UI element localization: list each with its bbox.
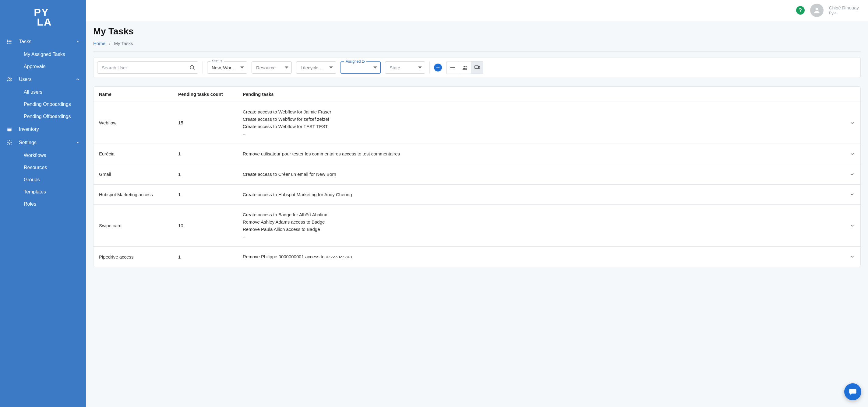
table-row[interactable]: Gmail1Create access to Créer un email fo… — [93, 164, 860, 184]
sidebar-item-approvals[interactable]: Approvals — [0, 61, 86, 73]
sidebar-item-resources[interactable]: Resources — [0, 162, 86, 174]
sidebar-item-all-users[interactable]: All users — [0, 86, 86, 98]
task-line: Create access to Créer un email for New … — [243, 171, 838, 178]
sidebar-item-inventory[interactable]: Inventory — [0, 123, 86, 136]
expand-row-button[interactable] — [838, 120, 855, 126]
chat-fab[interactable] — [844, 383, 861, 400]
expand-row-button[interactable] — [838, 254, 855, 260]
list-icon — [6, 38, 13, 45]
svg-point-0 — [7, 40, 8, 40]
resource-select[interactable]: Resource — [252, 62, 292, 74]
view-devices-button[interactable] — [471, 62, 483, 74]
sidebar-item-label: All users — [24, 90, 80, 95]
assigned-to-select[interactable]: Assigned to — [341, 62, 381, 74]
sidebar-item-roles[interactable]: Roles — [0, 198, 86, 210]
sidebar-item-settings[interactable]: Settings — [0, 136, 86, 149]
task-line: Create access to Hubspot Marketing for A… — [243, 191, 838, 198]
expand-row-button[interactable] — [838, 192, 855, 197]
row-count: 1 — [178, 172, 243, 177]
caret-down-icon — [373, 66, 377, 69]
tasks-table: Name Pending tasks count Pending tasks W… — [93, 87, 861, 267]
svg-point-17 — [464, 66, 465, 67]
table-row[interactable]: Eurécia1Remove utilisateur pour tester l… — [93, 144, 860, 164]
svg-rect-15 — [451, 67, 455, 68]
sidebar-item-my-assigned-tasks[interactable]: My Assigned Tasks — [0, 48, 86, 61]
separator — [429, 62, 430, 74]
row-tasks: Create access to Créer un email for New … — [243, 171, 838, 178]
row-name: Pipedrive access — [99, 254, 178, 260]
row-count: 15 — [178, 120, 243, 125]
row-name: Hubspot Marketing access — [99, 192, 178, 197]
sidebar-item-label: Tasks — [19, 39, 75, 44]
sidebar-item-users[interactable]: Users — [0, 73, 86, 86]
logo: PY LA — [0, 5, 86, 35]
svg-point-12 — [190, 65, 194, 69]
table-row[interactable]: Hubspot Marketing access1Create access t… — [93, 184, 860, 205]
row-tasks: Create access to Hubspot Marketing for A… — [243, 191, 838, 198]
state-select[interactable]: State — [385, 62, 425, 74]
sidebar-item-workflows[interactable]: Workflows — [0, 149, 86, 162]
sidebar-item-label: Resources — [24, 165, 80, 170]
row-name: Swipe card — [99, 223, 178, 228]
expand-row-button[interactable] — [838, 223, 855, 229]
task-line: Create access to Webflow for zefzef zefz… — [243, 116, 838, 123]
svg-rect-19 — [474, 66, 478, 68]
separator — [203, 62, 203, 74]
sidebar-item-label: Inventory — [19, 127, 80, 132]
svg-point-2 — [7, 41, 8, 42]
topbar: ? Chloé Rihouay Pyla — [86, 0, 868, 21]
table-row[interactable]: Pipedrive access1Remove Philippe 0000000… — [93, 247, 860, 267]
row-count: 1 — [178, 151, 243, 156]
svg-line-13 — [193, 69, 195, 70]
table-row[interactable]: Webflow15Create access to Webflow for Ja… — [93, 102, 860, 144]
sidebar-nav: TasksMy Assigned TasksApprovalsUsersAll … — [0, 35, 86, 216]
task-line: Create access to Webflow for Jaimie Fras… — [243, 109, 838, 115]
sidebar-item-tasks[interactable]: Tasks — [0, 35, 86, 48]
lifecycle-select[interactable]: Lifecycle (on... — [296, 62, 336, 74]
chevron-up-icon — [75, 140, 80, 145]
row-name: Eurécia — [99, 151, 178, 156]
chevron-up-icon — [75, 39, 80, 44]
task-line: Create access to Webflow for TEST TEST — [243, 123, 838, 130]
row-name: Gmail — [99, 172, 178, 177]
help-icon[interactable]: ? — [796, 6, 805, 14]
sidebar: PY LA TasksMy Assigned TasksApprovalsUse… — [0, 0, 86, 407]
sidebar-item-label: Pending Onboardings — [24, 102, 80, 107]
divider — [93, 52, 861, 52]
row-tasks: Remove Philippe 0000000001 access to azz… — [243, 253, 838, 260]
svg-rect-16 — [451, 69, 455, 69]
svg-rect-21 — [478, 67, 480, 69]
expand-row-button[interactable] — [838, 151, 855, 157]
filter-bar: Status New, Workon Resource Lifecycle (o… — [93, 57, 861, 78]
table-header: Name Pending tasks count Pending tasks — [93, 87, 860, 102]
row-count: 1 — [178, 254, 243, 260]
col-name: Name — [99, 92, 178, 97]
search-icon — [189, 65, 195, 71]
svg-rect-9 — [7, 127, 11, 128]
sidebar-item-pending-onboardings[interactable]: Pending Onboardings — [0, 98, 86, 110]
avatar[interactable] — [810, 4, 824, 17]
add-button[interactable] — [434, 64, 442, 71]
row-tasks: Remove utilisateur pour tester les comme… — [243, 150, 838, 157]
box-icon — [6, 126, 13, 133]
sidebar-item-label: Workflows — [24, 153, 80, 158]
row-name: Webflow — [99, 120, 178, 125]
main: ? Chloé Rihouay Pyla My Tasks Home / My … — [86, 0, 868, 407]
expand-row-button[interactable] — [838, 172, 855, 177]
sidebar-item-pending-offboardings[interactable]: Pending Offboardings — [0, 110, 86, 123]
status-select[interactable]: Status New, Workon — [207, 62, 247, 74]
table-row[interactable]: Swipe card10Create access to Badge for A… — [93, 205, 860, 247]
breadcrumb-home[interactable]: Home — [93, 41, 105, 46]
sidebar-item-label: Templates — [24, 189, 80, 195]
search-input[interactable] — [97, 62, 198, 74]
svg-point-10 — [9, 142, 10, 143]
task-line: ... — [243, 130, 838, 137]
view-list-button[interactable] — [446, 62, 459, 74]
svg-point-4 — [7, 43, 8, 43]
sidebar-item-label: Approvals — [24, 64, 80, 69]
sidebar-item-groups[interactable]: Groups — [0, 174, 86, 186]
view-people-button[interactable] — [459, 62, 471, 74]
task-line: Remove Paula Allion access to Badge — [243, 226, 838, 233]
sidebar-item-templates[interactable]: Templates — [0, 186, 86, 198]
sidebar-item-label: My Assigned Tasks — [24, 52, 80, 57]
